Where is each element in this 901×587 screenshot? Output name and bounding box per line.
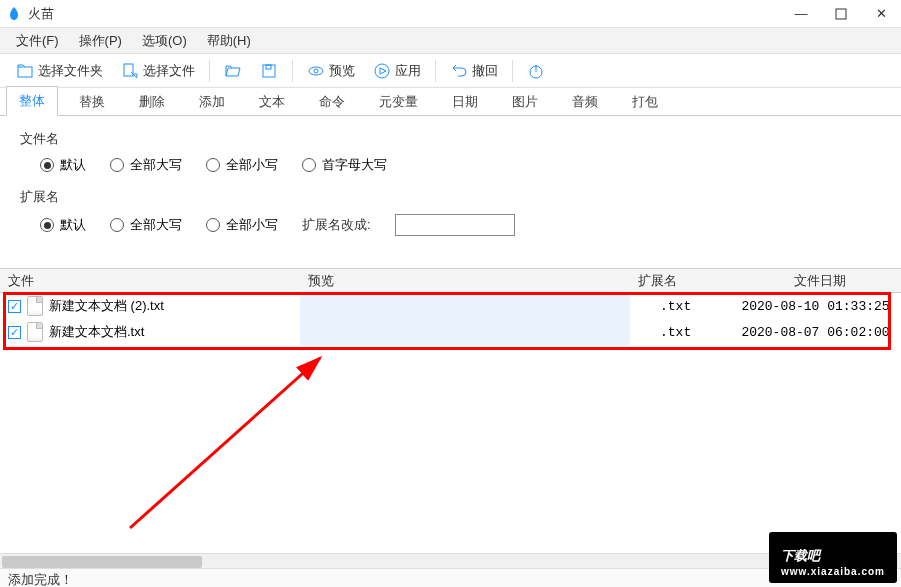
radio-label: 默认	[60, 156, 86, 174]
watermark-url: www.xiazaiba.com	[781, 566, 885, 577]
menubar: 文件(F) 操作(P) 选项(O) 帮助(H)	[0, 28, 901, 54]
menu-option[interactable]: 选项(O)	[132, 29, 197, 53]
svg-rect-3	[263, 65, 275, 77]
tab-7[interactable]: 日期	[439, 87, 491, 116]
preview-button[interactable]: 预览	[299, 57, 363, 85]
svg-rect-1	[18, 67, 32, 77]
ext-radios: 默认 全部大写 全部小写 扩展名改成:	[20, 214, 881, 236]
titlebar: 火苗 — ✕	[0, 0, 901, 28]
tab-10[interactable]: 打包	[619, 87, 671, 116]
radio-ext-upper[interactable]: 全部大写	[110, 216, 182, 234]
apply-button[interactable]: 应用	[365, 57, 429, 85]
table-body: 新建文本文档 (2).txt.txt2020-08-10 01:33:25新建文…	[0, 293, 901, 553]
folder-icon	[16, 62, 34, 80]
minimize-button[interactable]: —	[781, 0, 821, 28]
table-row[interactable]: 新建文本文档.txt.txt2020-08-07 06:02:00	[0, 319, 901, 345]
th-file[interactable]: 文件	[0, 272, 300, 290]
toolbar: 选择文件夹 选择文件 预览 应用 撤回	[0, 54, 901, 88]
radio-label: 首字母大写	[322, 156, 387, 174]
eye-icon	[307, 62, 325, 80]
tab-9[interactable]: 音频	[559, 87, 611, 116]
options-panel: 文件名 默认 全部大写 全部小写 首字母大写 扩展名 默认 全部大写 全部小写 …	[0, 116, 901, 269]
save-icon	[260, 62, 278, 80]
watermark-text: 下载吧	[781, 548, 820, 563]
ext-change-input[interactable]	[395, 214, 515, 236]
th-ext[interactable]: 扩展名	[630, 272, 730, 290]
filename-radios: 默认 全部大写 全部小写 首字母大写	[20, 156, 881, 174]
ext-change-label: 扩展名改成:	[302, 216, 371, 234]
cell-date: 2020-08-07 06:02:00	[730, 325, 901, 340]
tab-5[interactable]: 命令	[306, 87, 358, 116]
radio-label: 全部小写	[226, 156, 278, 174]
undo-button[interactable]: 撤回	[442, 57, 506, 85]
menu-file[interactable]: 文件(F)	[6, 29, 69, 53]
status-text: 添加完成！	[8, 571, 73, 587]
cell-preview	[300, 293, 630, 319]
save-button[interactable]	[252, 57, 286, 85]
tab-2[interactable]: 删除	[126, 87, 178, 116]
select-folder-label: 选择文件夹	[38, 62, 103, 80]
scrollbar-thumb[interactable]	[2, 556, 202, 568]
th-date[interactable]: 文件日期	[730, 272, 901, 290]
apply-label: 应用	[395, 62, 421, 80]
undo-icon	[450, 62, 468, 80]
menu-help[interactable]: 帮助(H)	[197, 29, 261, 53]
menu-operate[interactable]: 操作(P)	[69, 29, 132, 53]
tab-1[interactable]: 替换	[66, 87, 118, 116]
filename-group-label: 文件名	[20, 130, 881, 148]
select-folder-button[interactable]: 选择文件夹	[8, 57, 111, 85]
tab-6[interactable]: 元变量	[366, 87, 431, 116]
radio-label: 全部小写	[226, 216, 278, 234]
cell-ext: .txt	[630, 325, 730, 340]
select-file-button[interactable]: 选择文件	[113, 57, 203, 85]
radio-filename-upper[interactable]: 全部大写	[110, 156, 182, 174]
cell-ext: .txt	[630, 299, 730, 314]
select-file-label: 选择文件	[143, 62, 195, 80]
row-checkbox[interactable]	[8, 326, 21, 339]
file-name: 新建文本文档 (2).txt	[49, 297, 164, 315]
cell-preview	[300, 319, 630, 345]
play-icon	[373, 62, 391, 80]
radio-label: 默认	[60, 216, 86, 234]
toolbar-separator	[435, 60, 436, 82]
folder-open-icon	[224, 62, 242, 80]
flame-icon	[6, 6, 22, 22]
tab-4[interactable]: 文本	[246, 87, 298, 116]
file-icon	[27, 322, 43, 342]
tab-8[interactable]: 图片	[499, 87, 551, 116]
th-preview[interactable]: 预览	[300, 272, 630, 290]
cell-date: 2020-08-10 01:33:25	[730, 299, 901, 314]
undo-label: 撤回	[472, 62, 498, 80]
annotation-arrow	[120, 348, 340, 538]
svg-rect-0	[836, 9, 846, 19]
tab-0[interactable]: 整体	[6, 86, 58, 116]
row-checkbox[interactable]	[8, 300, 21, 313]
radio-ext-lower[interactable]: 全部小写	[206, 216, 278, 234]
maximize-button[interactable]	[821, 0, 861, 28]
table-row[interactable]: 新建文本文档 (2).txt.txt2020-08-10 01:33:25	[0, 293, 901, 319]
statusbar: 添加完成！	[0, 569, 901, 587]
power-button[interactable]	[519, 57, 553, 85]
toolbar-separator	[512, 60, 513, 82]
file-name: 新建文本文档.txt	[49, 323, 144, 341]
radio-filename-camel[interactable]: 首字母大写	[302, 156, 387, 174]
toolbar-separator	[209, 60, 210, 82]
preview-label: 预览	[329, 62, 355, 80]
svg-rect-4	[266, 65, 271, 69]
svg-line-10	[130, 358, 320, 528]
close-button[interactable]: ✕	[861, 0, 901, 28]
svg-rect-2	[124, 64, 133, 76]
svg-point-5	[309, 67, 323, 75]
horizontal-scrollbar[interactable]: ▸	[0, 553, 901, 569]
tabbar: 整体替换删除添加文本命令元变量日期图片音频打包	[0, 88, 901, 116]
radio-filename-lower[interactable]: 全部小写	[206, 156, 278, 174]
file-icon	[27, 296, 43, 316]
file-cursor-icon	[121, 62, 139, 80]
ext-group-label: 扩展名	[20, 188, 881, 206]
power-icon	[527, 62, 545, 80]
radio-ext-default[interactable]: 默认	[40, 216, 86, 234]
radio-filename-default[interactable]: 默认	[40, 156, 86, 174]
open-button[interactable]	[216, 57, 250, 85]
radio-label: 全部大写	[130, 156, 182, 174]
tab-3[interactable]: 添加	[186, 87, 238, 116]
